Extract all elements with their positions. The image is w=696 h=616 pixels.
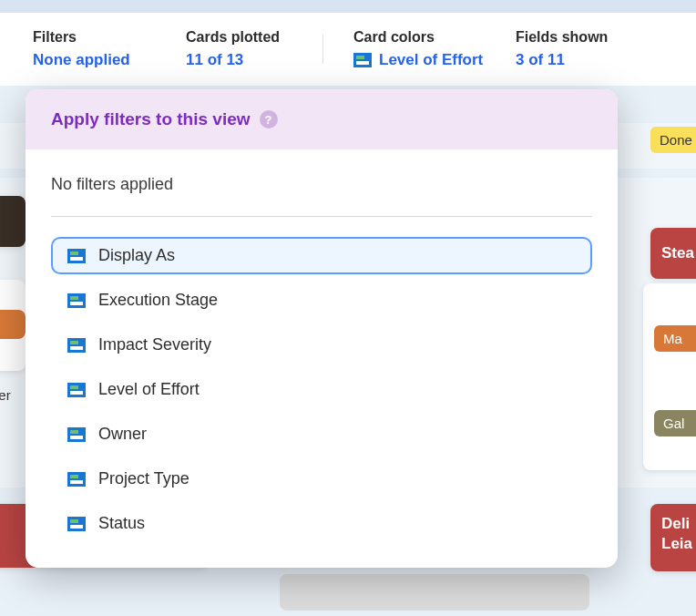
status-pill-done[interactable]: Done bbox=[650, 127, 696, 153]
card-red-deli[interactable]: Deli Leia bbox=[650, 504, 696, 571]
filter-popover-title: Apply filters to this view bbox=[51, 109, 251, 129]
filter-field-item[interactable]: Owner bbox=[51, 416, 592, 453]
filter-field-item[interactable]: Execution Stage bbox=[51, 282, 592, 319]
card-grey-mid[interactable] bbox=[280, 574, 589, 611]
filter-popover-body: No filters applied Display AsExecution S… bbox=[26, 149, 618, 568]
toolbar-fields-shown-label: Fields shown bbox=[516, 29, 661, 46]
field-type-icon bbox=[67, 338, 86, 353]
tag-olive: Gal bbox=[654, 410, 696, 436]
top-strip bbox=[0, 0, 696, 13]
filter-field-item[interactable]: Status bbox=[51, 505, 592, 542]
field-type-icon bbox=[654, 383, 672, 397]
card-red-stea[interactable]: Stea bbox=[650, 228, 696, 279]
filter-field-item[interactable]: Impact Severity bbox=[51, 326, 592, 364]
card-inner-orange bbox=[0, 310, 26, 339]
filter-field-item-label: Execution Stage bbox=[98, 291, 218, 310]
toolbar-filters[interactable]: Filters None applied bbox=[33, 29, 186, 69]
filter-field-item[interactable]: Display As bbox=[51, 237, 592, 274]
tag-orange: Ma bbox=[654, 325, 696, 352]
filter-popover-header: Apply filters to this view ? bbox=[26, 89, 618, 149]
toolbar-fields-shown[interactable]: Fields shown 3 of 11 bbox=[516, 29, 661, 69]
filter-field-item-label: Project Type bbox=[98, 469, 189, 488]
card-white-left[interactable]: act bbox=[0, 280, 26, 371]
toolbar-cards-plotted-label: Cards plotted bbox=[186, 29, 322, 46]
help-icon[interactable]: ? bbox=[260, 110, 278, 128]
field-type-icon bbox=[654, 298, 672, 313]
toolbar-card-colors-label: Card colors bbox=[353, 29, 516, 46]
filter-field-list: Display AsExecution StageImpact Severity… bbox=[51, 237, 592, 542]
toolbar-card-colors[interactable]: Card colors Level of Effort bbox=[322, 29, 516, 69]
filter-field-item-label: Owner bbox=[98, 425, 147, 444]
toolbar-cards-plotted-value: 11 of 13 bbox=[186, 51, 322, 69]
field-type-icon bbox=[67, 293, 86, 308]
filter-field-item-label: Impact Severity bbox=[98, 335, 211, 354]
card-white-right[interactable]: Ma Gal bbox=[643, 283, 696, 470]
field-type-icon bbox=[67, 427, 86, 442]
field-type-icon bbox=[67, 383, 86, 397]
view-toolbar: Filters None applied Cards plotted 11 of… bbox=[0, 13, 696, 86]
divider bbox=[51, 216, 592, 217]
toolbar-fields-shown-value: 3 of 11 bbox=[516, 51, 661, 69]
field-type-icon bbox=[67, 249, 86, 263]
filter-field-item-label: Display As bbox=[98, 246, 175, 265]
card-dark[interactable]: p th bbox=[0, 196, 26, 247]
toolbar-cards-plotted[interactable]: Cards plotted 11 of 13 bbox=[186, 29, 322, 69]
field-type-icon bbox=[67, 472, 86, 487]
field-type-icon bbox=[67, 517, 86, 531]
field-type-icon bbox=[353, 53, 372, 67]
filter-popover: Apply filters to this view ? No filters … bbox=[26, 89, 618, 568]
filter-field-item-label: Status bbox=[98, 514, 145, 533]
card-text-ner: ner bbox=[0, 387, 11, 403]
filter-field-item[interactable]: Level of Effort bbox=[51, 371, 592, 408]
toolbar-filters-label: Filters bbox=[33, 29, 186, 46]
filter-empty-text: No filters applied bbox=[51, 157, 592, 216]
filter-field-item-label: Level of Effort bbox=[98, 380, 200, 399]
toolbar-filters-value: None applied bbox=[33, 51, 186, 69]
filter-field-item[interactable]: Project Type bbox=[51, 460, 592, 498]
toolbar-card-colors-value: Level of Effort bbox=[353, 51, 516, 69]
